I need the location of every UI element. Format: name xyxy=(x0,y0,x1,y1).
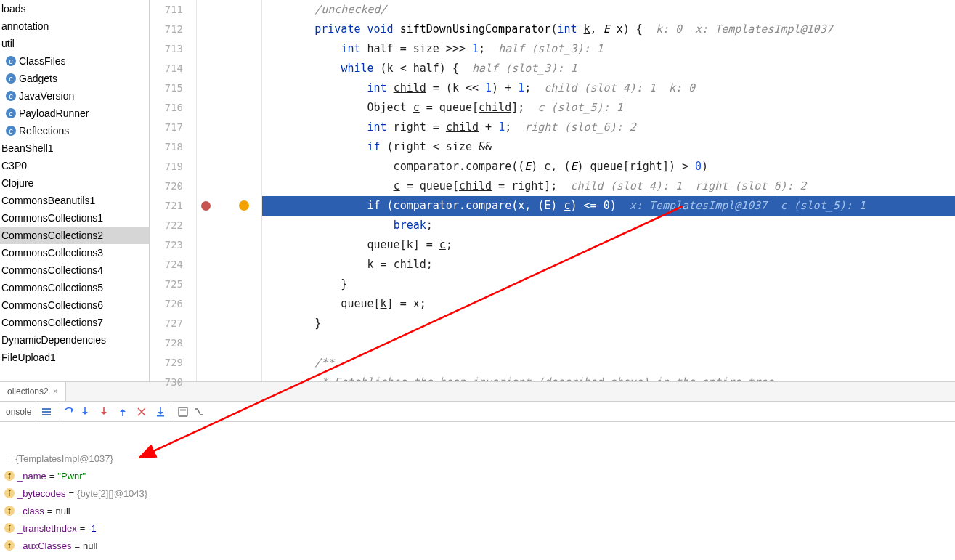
tree-item[interactable]: cClassFiles xyxy=(0,52,149,70)
gutter-row[interactable] xyxy=(197,137,261,157)
line-number[interactable]: 724 xyxy=(150,255,183,275)
tree-item[interactable]: CommonsCollections7 xyxy=(0,314,149,331)
tree-item[interactable]: CommonsCollections6 xyxy=(0,296,149,314)
line-number[interactable]: 727 xyxy=(150,314,183,333)
line-number[interactable]: 728 xyxy=(150,333,183,353)
show-frames-icon[interactable] xyxy=(38,403,55,421)
gutter-row[interactable] xyxy=(197,98,261,118)
line-number[interactable]: 726 xyxy=(150,294,183,314)
gutter-row[interactable] xyxy=(197,235,261,255)
line-number[interactable]: 723 xyxy=(150,235,183,255)
line-number[interactable]: 713 xyxy=(150,39,183,59)
line-number[interactable]: 712 xyxy=(150,20,183,39)
tree-item[interactable]: loads xyxy=(0,0,149,17)
gutter-row[interactable] xyxy=(197,275,261,294)
line-number[interactable]: 715 xyxy=(150,78,183,98)
close-icon[interactable]: × xyxy=(53,386,58,397)
line-number[interactable]: 718 xyxy=(150,137,183,157)
variable-row[interactable]: f_transletIndex = -1 xyxy=(0,519,955,537)
code-line[interactable]: } xyxy=(262,314,955,333)
tree-item[interactable]: FileUpload1 xyxy=(0,349,149,366)
step-into-icon[interactable] xyxy=(76,403,94,421)
line-number[interactable]: 729 xyxy=(150,353,183,373)
gutter-row[interactable] xyxy=(197,176,261,196)
gutter-row[interactable] xyxy=(197,216,261,235)
gutter-row[interactable] xyxy=(197,373,261,392)
code-line[interactable]: if (right < size && xyxy=(262,137,955,157)
tree-item[interactable]: CommonsCollections3 xyxy=(0,244,149,261)
step-over-icon[interactable] xyxy=(60,403,75,421)
code-line[interactable]: Object c = queue[child]; c (slot_5): 1 xyxy=(262,98,955,118)
tree-item[interactable]: DynamicDependencies xyxy=(0,331,149,349)
line-number[interactable]: 719 xyxy=(150,157,183,176)
line-number[interactable]: 717 xyxy=(150,118,183,137)
code-line[interactable]: while (k < half) { half (slot_3): 1 xyxy=(262,59,955,78)
gutter-row[interactable] xyxy=(197,59,261,78)
code-line[interactable]: comparator.compare((E) c, (E) queue[righ… xyxy=(262,157,955,176)
gutter-row[interactable] xyxy=(197,196,261,216)
line-number[interactable]: 725 xyxy=(150,275,183,294)
line-number[interactable]: 720 xyxy=(150,176,183,196)
variable-row[interactable]: f_name = "Pwnr" xyxy=(0,467,955,484)
debug-tab[interactable]: ollections2 × xyxy=(0,382,66,401)
gutter-row[interactable] xyxy=(197,20,261,39)
gutter-row[interactable] xyxy=(197,0,261,20)
variable-row[interactable]: f_class = null xyxy=(0,502,955,519)
code-line[interactable]: } xyxy=(262,275,955,294)
tree-item[interactable]: C3P0 xyxy=(0,157,149,174)
code-line[interactable]: * Establishes the heap invariant (descri… xyxy=(262,373,955,381)
variable-root[interactable]: = {TemplatesImpl@1037} xyxy=(0,450,955,467)
code-area[interactable]: /unchecked/ private void siftDownUsingCo… xyxy=(262,0,955,381)
gutter-row[interactable] xyxy=(197,314,261,333)
project-tree[interactable]: loadsannotationutilcClassFilescGadgetscJ… xyxy=(0,0,150,381)
gutter-row[interactable] xyxy=(197,353,261,373)
tree-item[interactable]: util xyxy=(0,35,149,52)
line-number[interactable]: 716 xyxy=(150,98,183,118)
line-number[interactable]: 730 xyxy=(150,373,183,392)
drop-frame-icon[interactable] xyxy=(133,403,150,421)
run-to-cursor-icon[interactable] xyxy=(152,403,169,421)
line-number[interactable]: 711 xyxy=(150,0,183,20)
intention-bulb-icon[interactable] xyxy=(239,200,249,211)
gutter-row[interactable] xyxy=(197,78,261,98)
code-line[interactable]: break; xyxy=(262,216,955,235)
code-line[interactable]: c = queue[child = right]; child (slot_4)… xyxy=(262,176,955,196)
tree-item[interactable]: cGadgets xyxy=(0,70,149,87)
code-line[interactable] xyxy=(262,333,955,353)
evaluate-expression-icon[interactable] xyxy=(174,403,189,421)
line-number[interactable]: 721 xyxy=(150,196,183,216)
code-line[interactable]: int right = child + 1; right (slot_6): 2 xyxy=(262,118,955,137)
step-out-icon[interactable] xyxy=(114,403,131,421)
code-line[interactable]: /** xyxy=(262,353,955,373)
console-label[interactable]: onsole xyxy=(1,402,36,421)
tree-item[interactable]: Clojure xyxy=(0,174,149,192)
line-number-gutter[interactable]: 7117127137147157167177187197207217227237… xyxy=(150,0,197,381)
breakpoint-icon[interactable] xyxy=(201,201,211,211)
code-line[interactable]: queue[k] = x; xyxy=(262,294,955,314)
code-line[interactable]: int child = (k << 1) + 1; child (slot_4)… xyxy=(262,78,955,98)
variable-row[interactable]: f_bytecodes = {byte[2][]@1043} xyxy=(0,484,955,502)
gutter-row[interactable] xyxy=(197,157,261,176)
code-line[interactable]: /unchecked/ xyxy=(262,0,955,20)
tree-item[interactable]: CommonsCollections1 xyxy=(0,209,149,227)
gutter-row[interactable] xyxy=(197,39,261,59)
gutter-row[interactable] xyxy=(197,255,261,275)
code-line[interactable]: private void siftDownUsingComparator(int… xyxy=(262,20,955,39)
code-line[interactable]: int half = size >>> 1; half (slot_3): 1 xyxy=(262,39,955,59)
line-number[interactable]: 722 xyxy=(150,216,183,235)
gutter-row[interactable] xyxy=(197,294,261,314)
breakpoint-gutter[interactable] xyxy=(197,0,262,381)
tree-item[interactable]: BeanShell1 xyxy=(0,139,149,157)
tree-item[interactable]: cReflections xyxy=(0,122,149,139)
tree-item[interactable]: CommonsCollections5 xyxy=(0,279,149,296)
code-line[interactable]: if (comparator.compare(x, (E) c) <= 0) x… xyxy=(262,196,955,216)
tree-item[interactable]: cPayloadRunner xyxy=(0,105,149,122)
code-editor[interactable]: 7117127137147157167177187197207217227237… xyxy=(150,0,955,381)
code-line[interactable]: queue[k] = c; xyxy=(262,235,955,255)
line-number[interactable]: 714 xyxy=(150,59,183,78)
variable-row[interactable]: f_auxClasses = null xyxy=(0,537,955,554)
tree-item[interactable]: CommonsBeanutils1 xyxy=(0,192,149,209)
trace-current-stream-chain-icon[interactable] xyxy=(190,403,208,421)
tree-item[interactable]: annotation xyxy=(0,17,149,35)
force-step-into-icon[interactable] xyxy=(95,403,113,421)
